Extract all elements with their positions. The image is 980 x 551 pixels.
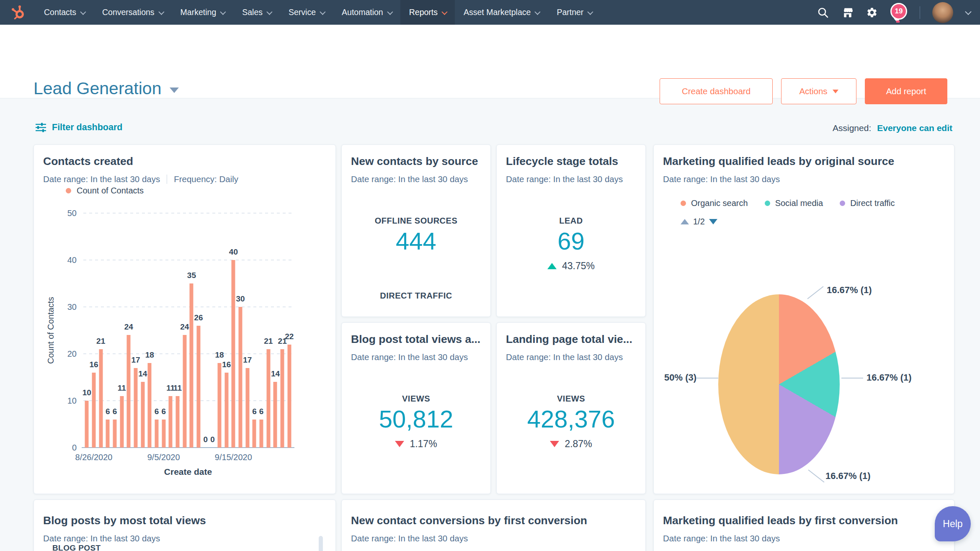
y-tick-label: 50 <box>67 209 77 218</box>
bar[interactable]: 22 <box>286 213 293 448</box>
nav-item-sales[interactable]: Sales <box>233 0 280 25</box>
legend-item-social-media[interactable]: Social media <box>765 198 823 208</box>
date-range: Date range: In the last 30 days <box>506 352 623 362</box>
card-mql-by-first-conversion: Marketing qualified leads by first conve… <box>653 500 954 551</box>
create-dashboard-button[interactable]: Create dashboard <box>660 78 773 104</box>
actions-button-label: Actions <box>799 86 827 96</box>
bar[interactable]: 0 <box>209 213 216 448</box>
bar[interactable]: 11 <box>167 213 174 448</box>
add-report-button[interactable]: Add report <box>865 78 947 104</box>
legend-page-down-icon[interactable] <box>709 219 717 224</box>
bar[interactable]: 0 <box>202 213 209 448</box>
bar[interactable]: 6 <box>104 213 111 448</box>
card-meta: Date range: In the last 30 days <box>663 174 780 184</box>
delta-value: 1.17% <box>410 438 437 450</box>
bar-rect <box>190 283 193 448</box>
bar[interactable]: 6 <box>153 213 160 448</box>
card-meta: Date range: In the last 30 days <box>506 352 623 362</box>
pie-slice-label: 16.67% (1) <box>825 471 871 481</box>
card-title: New contact conversions by first convers… <box>351 514 587 527</box>
delta-value: 43.75% <box>562 260 595 272</box>
bar[interactable]: 18 <box>216 213 223 448</box>
bar[interactable]: 6 <box>251 213 258 448</box>
bar[interactable]: 10 <box>83 213 90 448</box>
bar[interactable]: 24 <box>181 213 188 448</box>
chevron-down-icon <box>220 9 226 15</box>
bar[interactable]: 17 <box>244 213 251 448</box>
bar-value-label: 6 <box>113 407 117 416</box>
bar[interactable]: 17 <box>132 213 139 448</box>
nav-item-reports[interactable]: Reports <box>400 0 455 25</box>
legend-item-organic-search[interactable]: Organic search <box>681 198 748 208</box>
bar[interactable]: 14 <box>272 213 279 448</box>
nav-item-automation[interactable]: Automation <box>333 0 400 25</box>
assigned-value-link[interactable]: Everyone can edit <box>877 123 952 133</box>
bar-rect <box>106 420 110 448</box>
notification-balloon-basket <box>896 21 900 23</box>
metric-value: 444 <box>342 227 490 255</box>
hubspot-logo-icon[interactable] <box>10 4 27 21</box>
x-ticks: 8/26/20209/5/20209/15/2020 <box>83 453 293 463</box>
hubspot-dashboard-app: Contacts Conversations Marketing Sales S… <box>0 0 980 551</box>
pie-leader-line <box>696 378 718 378</box>
notification-count: 19 <box>895 7 903 15</box>
bar-rect <box>134 368 138 448</box>
nav-item-asset-marketplace[interactable]: Asset Marketplace <box>455 0 548 25</box>
nav-item-marketing[interactable]: Marketing <box>172 0 234 25</box>
pie-chart[interactable] <box>718 294 840 474</box>
series-legend-item[interactable]: Count of Contacts <box>66 186 144 196</box>
legend-item-direct-traffic[interactable]: Direct traffic <box>840 198 895 208</box>
next-metric-label: DIRECT TRAFFIC <box>342 291 490 301</box>
card-lifecycle-stage-totals: Lifecycle stage totals Date range: In th… <box>496 144 646 317</box>
nav-item-label: Automation <box>342 8 383 17</box>
chevron-down-icon <box>588 9 593 15</box>
bar[interactable]: 6 <box>258 213 265 448</box>
metric-label: LEAD <box>497 216 645 226</box>
chevron-down-icon <box>266 9 272 15</box>
legend-page-up-icon[interactable] <box>681 219 689 224</box>
bar[interactable]: 6 <box>111 213 119 448</box>
legend-label: Social media <box>775 198 823 208</box>
header-actions: Create dashboard Actions Add report <box>660 78 947 104</box>
bar[interactable]: 24 <box>125 213 132 448</box>
bar[interactable]: 21 <box>97 213 104 448</box>
bar-rect <box>120 396 124 448</box>
account-chevron-down-icon[interactable] <box>965 8 972 15</box>
bar-rect <box>273 382 277 448</box>
nav-item-contacts[interactable]: Contacts <box>35 0 93 25</box>
legend-dot-icon <box>840 201 845 206</box>
nav-item-conversations[interactable]: Conversations <box>93 0 172 25</box>
bar[interactable]: 26 <box>195 213 202 448</box>
user-avatar[interactable] <box>932 2 953 23</box>
help-button[interactable]: Help <box>935 506 971 541</box>
bar[interactable]: 21 <box>279 213 286 448</box>
bar[interactable]: 21 <box>265 213 272 448</box>
nav-item-partner[interactable]: Partner <box>548 0 601 25</box>
metric-delta: 2.87% <box>497 438 645 450</box>
bar[interactable]: 6 <box>160 213 167 448</box>
settings-gear-icon[interactable] <box>866 7 878 18</box>
pie-slice-label: 16.67% (1) <box>827 285 872 296</box>
bar[interactable]: 16 <box>90 213 98 448</box>
bar-rect <box>176 396 180 448</box>
actions-caret-down-icon <box>833 90 838 93</box>
search-icon[interactable] <box>817 6 829 19</box>
date-range: Date range: In the last 30 days <box>43 174 160 184</box>
bar[interactable]: 30 <box>237 213 244 448</box>
delta-arrow-icon <box>395 441 404 447</box>
pie-slice-label: 16.67% (1) <box>867 372 912 383</box>
bar[interactable]: 14 <box>139 213 146 448</box>
bar-rect <box>224 373 228 448</box>
card-scrollbar[interactable] <box>319 536 323 551</box>
dashboard-title-dropdown[interactable]: Lead Generation <box>34 79 179 98</box>
filter-dashboard-link[interactable]: Filter dashboard <box>35 122 122 133</box>
bar-value-label: 6 <box>155 407 159 416</box>
notifications-icon[interactable]: 19 <box>890 2 908 23</box>
marketplace-icon[interactable] <box>841 6 854 19</box>
bar[interactable]: 18 <box>146 213 153 448</box>
bar[interactable]: 40 <box>230 213 237 448</box>
actions-button[interactable]: Actions <box>781 78 856 104</box>
bar[interactable]: 35 <box>188 213 195 448</box>
bar-rect <box>253 420 256 448</box>
nav-item-service[interactable]: Service <box>280 0 333 25</box>
